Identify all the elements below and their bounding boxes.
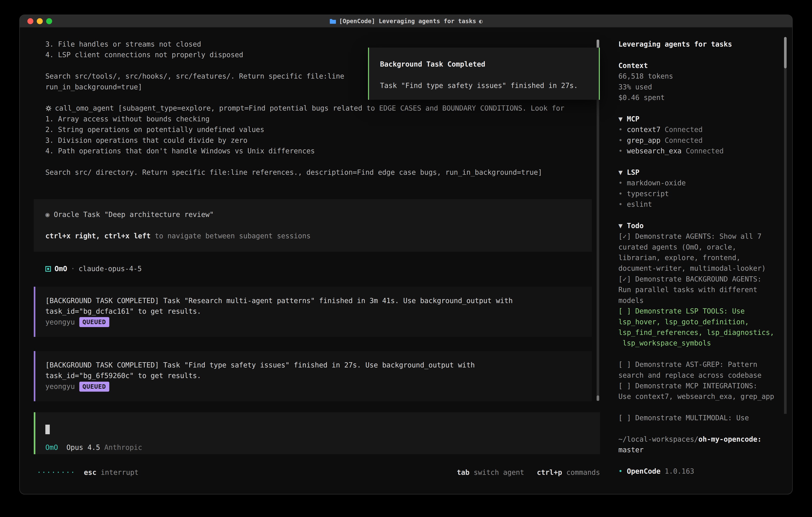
oracle-task-panel: ◉ Oracle Task "Deep architecture review"… <box>34 199 592 252</box>
bullet-icon: • <box>618 200 622 208</box>
transcript-text: 1. Array access without bounds checking … <box>46 114 600 178</box>
oracle-task-title: ◉ Oracle Task "Deep architecture review" <box>46 209 588 220</box>
window-title-text: [OpenCode] Leveraging agents for tasks <box>339 18 476 25</box>
todo-item-active: [ ] Demonstrate LSP TOOLS: Use lsp_hover… <box>618 306 792 349</box>
bullet-icon: • <box>618 136 622 144</box>
message-text: [BACKGROUND TASK COMPLETED] Task "Find t… <box>46 360 588 381</box>
mcp-item: • websearch_exa Connected <box>618 146 792 156</box>
message-author: yeongyu <box>46 317 75 327</box>
minimize-button[interactable] <box>37 18 43 24</box>
sidebar-scrollbar-track[interactable] <box>784 69 787 414</box>
agent-model: claude-opus-4-5 <box>79 264 142 274</box>
tool-call-line: call_omo_agent [subagent_type=explore, p… <box>46 103 600 113</box>
chat-pane: 3. File handles or streams not closed 4.… <box>20 28 610 494</box>
bullet-icon: • <box>618 467 622 475</box>
todo-item: [✓] Demonstrate AGENTS: Show all 7 curat… <box>618 231 792 274</box>
bullet-icon: • <box>618 126 622 134</box>
gear-icon <box>46 105 52 112</box>
esc-key-hint: esc <box>84 467 96 478</box>
terminal-window: [OpenCode] Leveraging agents for tasks ◐… <box>19 15 793 494</box>
commands-key-hint: ctrl+p <box>537 467 562 478</box>
bullet-icon: • <box>618 190 622 198</box>
traffic-lights <box>27 15 52 27</box>
chevron-down-icon: ▼ <box>618 222 622 230</box>
message-author: yeongyu <box>46 381 75 392</box>
agent-name: OmO <box>55 264 67 274</box>
window-titlebar: [OpenCode] Leveraging agents for tasks ◐ <box>20 15 792 28</box>
notification-body: Task "Find type safety issues" finished … <box>380 80 595 91</box>
workspace-path: ~/local-workspaces/oh-my-opencode: <box>618 434 792 445</box>
todo-item: [ ] Demonstrate AST-GREP: Pattern search… <box>618 359 792 381</box>
text-cursor <box>46 425 50 434</box>
context-tokens: 66,518 tokens <box>618 71 792 82</box>
folder-icon <box>329 19 336 24</box>
agent-icon <box>46 266 51 272</box>
activity-indicator-icon: ◐ <box>479 18 483 25</box>
subagent-nav-hint: ctrl+x right, ctrl+x left to navigate be… <box>46 231 588 241</box>
mcp-item: • grep_app Connected <box>618 135 792 146</box>
todo-item: [✓] Demonstrate BACKGROUND AGENTS: Run p… <box>618 274 792 306</box>
sidebar-scrollbar-thumb[interactable] <box>784 37 787 69</box>
app-version: • OpenCode 1.0.163 <box>618 466 792 477</box>
bullet-icon: • <box>618 179 622 187</box>
tool-call-text: call_omo_agent [subagent_type=explore, p… <box>55 103 564 113</box>
chat-scrollbar-end[interactable] <box>597 396 599 401</box>
lsp-section-header[interactable]: ▼ LSP <box>618 167 792 178</box>
chevron-down-icon: ▼ <box>618 168 622 176</box>
context-heading: Context <box>618 60 792 71</box>
status-badge: QUEUED <box>79 382 109 392</box>
message-block: [BACKGROUND TASK COMPLETED] Task "Resear… <box>34 287 592 337</box>
context-used: 33% used <box>618 82 792 92</box>
zoom-button[interactable] <box>46 18 52 24</box>
chevron-down-icon: ▼ <box>618 115 622 123</box>
model-selector[interactable]: OmO Opus 4.5 Anthropic <box>46 442 142 453</box>
close-button[interactable] <box>27 18 33 24</box>
mcp-item: • context7 Connected <box>618 124 792 135</box>
window-title: [OpenCode] Leveraging agents for tasks ◐ <box>329 18 483 25</box>
spinner-icon: ········ <box>37 467 76 478</box>
mcp-section-header[interactable]: ▼ MCP <box>618 114 792 124</box>
todo-item: [ ] Demonstrate MULTIMODAL: Use <box>618 413 792 423</box>
status-bar: ········ esc interrupt tab switch agent … <box>37 467 600 478</box>
agent-header: OmO · claude-opus-4-5 <box>46 264 600 274</box>
git-branch: master <box>618 446 644 454</box>
message-block: [BACKGROUND TASK COMPLETED] Task "Find t… <box>34 351 592 401</box>
background-task-notification[interactable]: Background Task Completed Task "Find typ… <box>368 48 600 100</box>
lsp-item: • markdown-oxide <box>618 178 792 188</box>
bullet-icon: • <box>618 147 622 155</box>
message-text: [BACKGROUND TASK COMPLETED] Task "Resear… <box>46 296 588 317</box>
todo-section-header[interactable]: ▼ Todo <box>618 220 792 231</box>
message-input[interactable]: OmO Opus 4.5 Anthropic <box>34 412 600 454</box>
session-title: Leveraging agents for tasks <box>618 39 792 50</box>
status-badge: QUEUED <box>79 317 109 327</box>
tab-key-hint: tab <box>457 467 469 478</box>
context-spent: $0.46 spent <box>618 92 792 103</box>
session-sidebar: Leveraging agents for tasks Context 66,5… <box>610 28 792 494</box>
lsp-item: • eslint <box>618 199 792 210</box>
todo-item: [ ] Demonstrate MCP INTEGRATIONS: Use co… <box>618 381 792 402</box>
lsp-item: • typescript <box>618 189 792 199</box>
notification-title: Background Task Completed <box>380 59 595 70</box>
oracle-task-icon: ◉ <box>46 211 50 219</box>
